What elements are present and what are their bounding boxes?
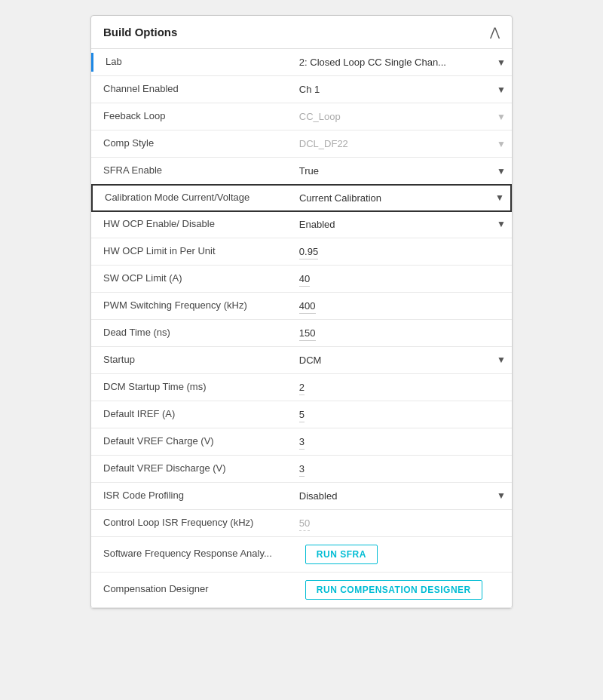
rows-container: Lab2: Closed Loop CC Single Chan...▼Chan… — [91, 49, 512, 608]
row-default_vref_charge: Default VREF Charge (V)3 — [91, 428, 512, 456]
select-calibration_mode[interactable]: Current Calibration▼ — [299, 192, 504, 204]
value-channel_enabled: Ch 1▼ — [293, 81, 512, 98]
select-value-calibration_mode: Current Calibration — [299, 192, 492, 204]
select-channel_enabled[interactable]: Ch 1▼ — [299, 84, 506, 95]
input-default_vref_discharge[interactable]: 3 — [299, 463, 305, 477]
select-lab[interactable]: 2: Closed Loop CC Single Chan...▼ — [299, 57, 506, 68]
label-default_vref_discharge: Default VREF Discharge (V) — [91, 459, 293, 478]
select-hw_ocp_enable[interactable]: Enabled▼ — [299, 219, 506, 230]
row-control_loop_isr: Control Loop ISR Frequency (kHz)50 — [91, 510, 512, 537]
select-comp_style[interactable]: DCL_DF22▼ — [299, 138, 506, 149]
input-control_loop_isr: 50 — [299, 517, 310, 531]
row-feedback_loop: Feeback LoopCC_Loop▼ — [91, 103, 512, 130]
value-default_vref_discharge: 3 — [293, 460, 512, 477]
panel-header: Build Options ⋀ — [91, 16, 512, 49]
select-startup[interactable]: DCM▼ — [299, 355, 506, 366]
row-hw_ocp_limit: HW OCP Limit in Per Unit0.95 — [91, 238, 512, 266]
input-dead_time[interactable]: 150 — [299, 327, 316, 341]
value-calibration_mode: Current Calibration▼ — [293, 189, 510, 207]
dropdown-arrow-calibration_mode[interactable]: ▼ — [495, 192, 504, 203]
row-pwm_frequency: PWM Switching Frequency (kHz)400 — [91, 293, 512, 320]
button-comp_designer_button[interactable]: RUN COMPENSATION DESIGNER — [305, 580, 482, 600]
dropdown-arrow-sfra_enable[interactable]: ▼ — [497, 166, 506, 177]
input-pwm_frequency[interactable]: 400 — [299, 300, 316, 314]
dropdown-arrow-hw_ocp_enable[interactable]: ▼ — [497, 219, 506, 229]
button-sfra_button[interactable]: RUN SFRA — [305, 545, 378, 564]
row-dead_time: Dead Time (ns)150 — [91, 320, 512, 347]
value-dcm_startup_time: 2 — [293, 379, 512, 396]
value-comp_style: DCL_DF22▼ — [293, 135, 512, 152]
input-hw_ocp_limit[interactable]: 0.95 — [299, 246, 318, 259]
value-default_iref: 5 — [293, 406, 512, 423]
value-isr_code_profiling: Disabled▼ — [293, 487, 512, 505]
label-lab: Lab — [91, 53, 293, 72]
input-default_iref[interactable]: 5 — [299, 409, 305, 422]
label-calibration_mode: Calibration Mode Current/Voltage — [93, 189, 293, 207]
dropdown-arrow-startup[interactable]: ▼ — [497, 355, 506, 365]
value-sfra_enable: True▼ — [293, 162, 512, 180]
dropdown-arrow-isr_code_profiling[interactable]: ▼ — [497, 490, 506, 501]
label-isr_code_profiling: ISR Code Profiling — [91, 487, 293, 505]
row-channel_enabled: Channel EnabledCh 1▼ — [91, 76, 512, 103]
value-control_loop_isr: 50 — [293, 514, 512, 532]
value-default_vref_charge: 3 — [293, 433, 512, 450]
label-hw_ocp_limit: HW OCP Limit in Per Unit — [91, 242, 293, 261]
value-sfra_button[interactable]: RUN SFRA — [293, 540, 512, 569]
row-dcm_startup_time: DCM Startup Time (ms)2 — [91, 374, 512, 401]
row-calibration_mode: Calibration Mode Current/VoltageCurrent … — [91, 184, 512, 212]
dropdown-arrow-channel_enabled[interactable]: ▼ — [497, 84, 506, 95]
select-sfra_enable[interactable]: True▼ — [299, 165, 506, 177]
row-hw_ocp_enable: HW OCP Enable/ DisableEnabled▼ — [91, 211, 512, 238]
row-comp_designer_button: Compensation DesignerRUN COMPENSATION DE… — [91, 573, 512, 608]
value-hw_ocp_limit: 0.95 — [293, 243, 512, 260]
panel-title: Build Options — [103, 26, 177, 38]
label-dead_time: Dead Time (ns) — [91, 324, 293, 342]
row-comp_style: Comp StyleDCL_DF22▼ — [91, 130, 512, 158]
row-sfra_button: Software Frequency Response Analy...RUN … — [91, 537, 512, 573]
label-comp_style: Comp Style — [91, 134, 293, 153]
label-hw_ocp_enable: HW OCP Enable/ Disable — [91, 215, 293, 234]
label-startup: Startup — [91, 351, 293, 370]
row-sw_ocp_limit: SW OCP Limit (A)40 — [91, 266, 512, 293]
row-default_iref: Default IREF (A)5 — [91, 401, 512, 428]
label-comp_designer_button: Compensation Designer — [91, 580, 293, 599]
value-startup: DCM▼ — [293, 352, 512, 369]
dropdown-arrow-lab[interactable]: ▼ — [497, 57, 506, 68]
label-sw_ocp_limit: SW OCP Limit (A) — [91, 269, 293, 288]
row-isr_code_profiling: ISR Code ProfilingDisabled▼ — [91, 483, 512, 510]
build-options-panel: Build Options ⋀ Lab2: Closed Loop CC Sin… — [90, 15, 513, 609]
collapse-icon[interactable]: ⋀ — [490, 25, 500, 39]
input-dcm_startup_time[interactable]: 2 — [299, 382, 305, 395]
select-value-isr_code_profiling: Disabled — [299, 490, 494, 502]
value-feedback_loop: CC_Loop▼ — [293, 108, 512, 125]
select-feedback_loop[interactable]: CC_Loop▼ — [299, 111, 506, 122]
select-value-hw_ocp_enable: Enabled — [299, 219, 494, 230]
select-value-lab: 2: Closed Loop CC Single Chan... — [299, 57, 494, 68]
select-value-channel_enabled: Ch 1 — [299, 84, 494, 95]
label-control_loop_isr: Control Loop ISR Frequency (kHz) — [91, 514, 293, 533]
dropdown-arrow-comp_style[interactable]: ▼ — [497, 139, 506, 149]
select-isr_code_profiling[interactable]: Disabled▼ — [299, 490, 506, 502]
select-value-sfra_enable: True — [299, 165, 494, 177]
label-dcm_startup_time: DCM Startup Time (ms) — [91, 378, 293, 397]
label-default_iref: Default IREF (A) — [91, 405, 293, 424]
dropdown-arrow-feedback_loop[interactable]: ▼ — [497, 112, 506, 122]
select-value-feedback_loop: CC_Loop — [299, 111, 494, 122]
input-default_vref_charge[interactable]: 3 — [299, 436, 305, 450]
label-feedback_loop: Feeback Loop — [91, 107, 293, 126]
value-dead_time: 150 — [293, 324, 512, 342]
input-sw_ocp_limit[interactable]: 40 — [299, 273, 310, 287]
label-default_vref_charge: Default VREF Charge (V) — [91, 432, 293, 451]
label-channel_enabled: Channel Enabled — [91, 80, 293, 99]
select-value-startup: DCM — [299, 355, 494, 366]
row-startup: StartupDCM▼ — [91, 347, 512, 374]
value-pwm_frequency: 400 — [293, 297, 512, 315]
label-sfra_button: Software Frequency Response Analy... — [91, 545, 293, 563]
value-comp_designer_button[interactable]: RUN COMPENSATION DESIGNER — [293, 576, 512, 604]
row-default_vref_discharge: Default VREF Discharge (V)3 — [91, 456, 512, 483]
value-hw_ocp_enable: Enabled▼ — [293, 216, 512, 233]
label-pwm_frequency: PWM Switching Frequency (kHz) — [91, 296, 293, 315]
value-lab: 2: Closed Loop CC Single Chan...▼ — [293, 54, 512, 71]
row-sfra_enable: SFRA EnableTrue▼ — [91, 158, 512, 185]
row-lab: Lab2: Closed Loop CC Single Chan...▼ — [91, 49, 512, 76]
